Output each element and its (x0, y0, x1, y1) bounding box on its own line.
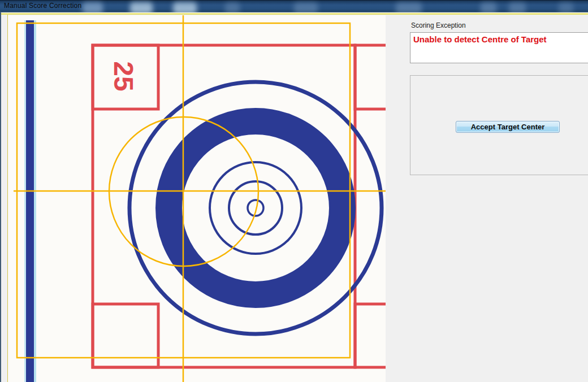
target-distance-label: 25 (109, 61, 139, 91)
titlebar-glass-reflection (173, 2, 197, 12)
target-image-canvas[interactable]: 25 (8, 15, 386, 382)
titlebar-glass-reflection (481, 2, 496, 12)
titlebar-glass-reflection (130, 2, 153, 12)
titlebar-glass-reflection (83, 2, 103, 12)
target-scan: 25 (8, 15, 386, 382)
titlebar-glass-reflection (509, 2, 526, 12)
titlebar-glass-reflection (294, 2, 318, 12)
titlebar-glass-reflection (559, 2, 573, 12)
window-left-border (0, 12, 1, 382)
scoring-exception-message-box[interactable]: Unable to detect Centre of Target (410, 32, 588, 63)
titlebar-glass-reflection (396, 2, 422, 12)
scoring-exception-message: Unable to detect Centre of Target (413, 34, 587, 45)
scan-edge-stripe (24, 20, 36, 382)
scoring-exception-label: Scoring Exception (411, 21, 466, 29)
accept-target-center-button[interactable]: Accept Target Center (456, 121, 560, 133)
title-bar: Manual Score Correction (0, 0, 588, 12)
window-edge-accent (0, 13, 588, 15)
titlebar-glass-reflection (225, 2, 240, 12)
window-title: Manual Score Correction (4, 2, 81, 10)
